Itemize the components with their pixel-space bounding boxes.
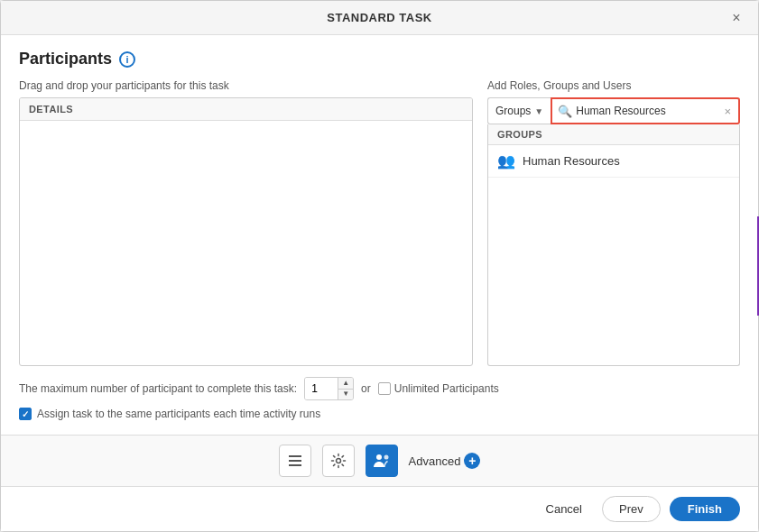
groups-dropdown[interactable]: Groups ▼	[487, 97, 551, 124]
prev-button[interactable]: Prev	[602, 496, 661, 522]
max-participants-row: The maximum number of participant to com…	[19, 377, 740, 400]
or-text: or	[361, 382, 371, 395]
unlimited-checkbox[interactable]	[378, 382, 391, 395]
drop-zone-header: DETAILS	[20, 98, 472, 121]
assign-checkbox-row: Assign task to the same participants eac…	[19, 408, 740, 420]
drag-drop-label: Drag and drop your participants for this…	[19, 79, 473, 92]
finish-button[interactable]: Finish	[670, 497, 740, 521]
groups-dropdown-value: Groups	[495, 105, 531, 117]
modal-title: STANDARD TASK	[327, 11, 432, 24]
results-container: GROUPS 👥 Human Resources	[487, 124, 740, 366]
list-icon-button[interactable]	[279, 445, 311, 477]
results-group-label: GROUPS	[488, 124, 739, 145]
drop-zone-body[interactable]	[20, 121, 472, 361]
result-item-label: Human Resources	[523, 154, 620, 168]
assign-label: Assign task to the same participants eac…	[37, 408, 320, 420]
spinner-buttons: ▲ ▼	[338, 378, 353, 399]
svg-point-3	[336, 459, 340, 463]
list-icon	[287, 453, 303, 469]
max-participants-label: The maximum number of participant to com…	[19, 382, 297, 395]
close-button[interactable]: ×	[726, 7, 747, 29]
search-box[interactable]: 🔍 ×	[551, 97, 740, 124]
people-icon	[373, 452, 391, 470]
unlimited-row: Unlimited Participants	[378, 382, 499, 395]
search-icon: 🔍	[558, 105, 572, 118]
toolbar: Advanced +	[1, 435, 758, 486]
clear-icon[interactable]: ×	[722, 103, 733, 120]
right-panel: Add Roles, Groups and Users Groups ▼ 🔍 ×	[487, 79, 740, 366]
advanced-button[interactable]: Advanced +	[409, 453, 481, 469]
people-icon-button[interactable]	[366, 445, 398, 477]
section-heading: Participants i	[19, 50, 740, 69]
spinner-up-button[interactable]: ▲	[338, 378, 353, 390]
advanced-plus-icon: +	[464, 453, 480, 469]
number-input-wrap[interactable]: ▲ ▼	[304, 377, 354, 400]
gear-icon	[330, 453, 347, 469]
chevron-down-icon: ▼	[534, 106, 543, 116]
add-roles-label: Add Roles, Groups and Users	[487, 79, 740, 92]
max-participants-input[interactable]	[305, 378, 338, 399]
standard-task-modal: STANDARD TASK × Participants i Drag and …	[0, 0, 759, 532]
gear-icon-button[interactable]	[322, 445, 355, 477]
search-row: Groups ▼ 🔍 ×	[487, 97, 740, 124]
modal-footer: Cancel Prev Finish	[1, 486, 758, 531]
info-icon[interactable]: i	[119, 51, 135, 68]
spinner-down-button[interactable]: ▼	[338, 390, 353, 400]
drop-zone[interactable]: DETAILS	[19, 97, 473, 366]
svg-point-5	[384, 455, 388, 460]
cancel-button[interactable]: Cancel	[535, 497, 593, 521]
left-panel: Drag and drop your participants for this…	[19, 79, 473, 366]
unlimited-label: Unlimited Participants	[394, 382, 499, 395]
bottom-controls: The maximum number of participant to com…	[19, 377, 740, 420]
group-icon: 👥	[497, 152, 515, 170]
svg-rect-2	[289, 464, 301, 466]
result-item[interactable]: 👥 Human Resources	[488, 145, 739, 178]
modal-body: Participants i Drag and drop your partic…	[1, 35, 758, 435]
panels-area: Drag and drop your participants for this…	[19, 79, 740, 366]
svg-rect-0	[289, 455, 301, 457]
advanced-label: Advanced	[409, 454, 461, 468]
modal-header: STANDARD TASK ×	[1, 1, 758, 35]
search-input[interactable]	[576, 105, 722, 117]
svg-point-4	[376, 454, 382, 460]
svg-rect-1	[289, 460, 301, 462]
assign-checkbox[interactable]	[19, 408, 32, 420]
section-title: Participants	[19, 50, 112, 69]
